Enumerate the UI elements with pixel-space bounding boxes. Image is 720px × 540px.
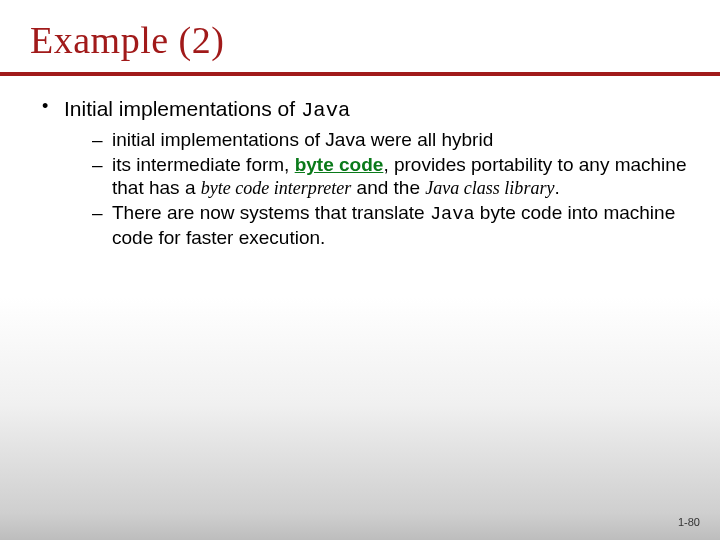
slide: Example (2) Initial implementations of J… [0,0,720,540]
bullet-text: Initial implementations of [64,97,301,120]
sub-bullet-item: initial implementations of Java were all… [92,128,690,151]
sub-bullet-list: initial implementations of Java were all… [64,128,690,249]
title-rule [0,72,720,76]
italic-term: Java class library [425,178,554,198]
sub-bullet-item: its intermediate form, byte code, provid… [92,153,690,199]
slide-body: Initial implementations of Java initial … [30,96,690,249]
sub-bullet-text: There are now systems that translate [112,202,430,223]
italic-term: byte code interpreter [201,178,352,198]
link-byte-code: byte code [295,154,384,175]
sub-bullet-text: its intermediate form, [112,154,295,175]
code-java: Java [430,203,475,225]
slide-title: Example (2) [30,18,690,62]
sub-bullet-item: There are now systems that translate Jav… [92,201,690,249]
sub-bullet-text: . [554,177,559,198]
bullet-item: Initial implementations of Java initial … [42,96,690,249]
sub-bullet-text: and the [351,177,425,198]
code-java: Java [301,99,350,122]
page-number: 1-80 [678,516,700,528]
sub-bullet-text: initial implementations of Java were all… [112,129,493,150]
bullet-list: Initial implementations of Java initial … [30,96,690,249]
